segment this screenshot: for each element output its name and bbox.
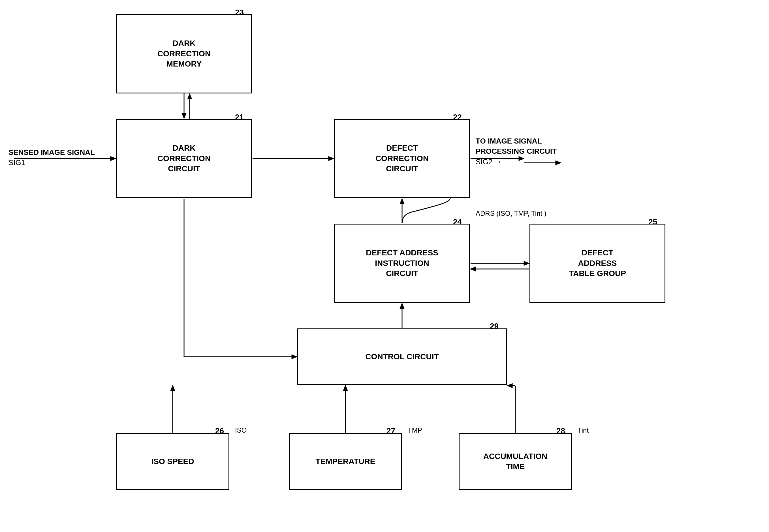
iso-tag-label: ISO (235, 426, 247, 434)
accumulation-time-number: 28 (556, 426, 565, 435)
iso-speed-block: ISO SPEED (116, 433, 229, 490)
defect-address-instruction-number: 24 (453, 217, 462, 227)
dark-correction-memory-label: DARKCORRECTIONMEMORY (157, 38, 211, 69)
svg-marker-3 (187, 93, 192, 99)
dark-correction-circuit-number: 21 (235, 113, 244, 122)
accumulation-time-block: ACCUMULATIONTIME (459, 433, 572, 490)
iso-speed-number: 26 (215, 426, 224, 435)
svg-marker-18 (524, 261, 529, 266)
defect-correction-circuit-block: DEFECTCORRECTIONCIRCUIT (334, 119, 470, 198)
control-circuit-label: CONTROL CIRCUIT (365, 352, 439, 362)
sensed-image-signal-label: SENSED IMAGE SIGNAL SIG1 (8, 147, 95, 168)
control-circuit-block: CONTROL CIRCUIT (297, 328, 507, 385)
sig2-label: SIG2 → (476, 157, 502, 166)
svg-marker-20 (470, 267, 476, 271)
defect-address-table-group-label: DEFECTADDRESSTABLE GROUP (569, 248, 626, 279)
temperature-number: 27 (386, 426, 395, 435)
dark-correction-memory-number: 23 (235, 8, 244, 17)
svg-marker-13 (400, 303, 404, 309)
defect-correction-circuit-label: DEFECTCORRECTIONCIRCUIT (375, 143, 429, 174)
defect-address-table-group-number: 25 (648, 217, 657, 227)
defect-address-instruction-circuit-label: DEFECT ADDRESSINSTRUCTIONCIRCUIT (366, 248, 438, 279)
adrs-label: ADRS (ISO, TMP, Tint ) (476, 210, 546, 217)
temperature-label: TEMPERATURE (315, 456, 375, 467)
svg-marker-1 (182, 113, 186, 119)
defect-address-table-group-block: DEFECTADDRESSTABLE GROUP (529, 224, 665, 303)
diagram: DARKCORRECTIONMEMORY 23 DARKCORRECTIONCI… (0, 0, 769, 532)
sig1-label: SIG1 (8, 158, 25, 167)
svg-marker-24 (343, 385, 348, 391)
svg-marker-7 (328, 156, 334, 161)
svg-marker-16 (292, 354, 297, 359)
dark-correction-circuit-label: DARKCORRECTIONCIRCUIT (157, 143, 211, 174)
defect-correction-circuit-number: 22 (453, 113, 462, 122)
dark-correction-circuit-block: DARKCORRECTIONCIRCUIT (116, 119, 252, 198)
svg-marker-5 (110, 156, 116, 161)
svg-marker-11 (400, 198, 404, 204)
control-circuit-number: 29 (490, 322, 499, 331)
temperature-block: TEMPERATURE (289, 433, 402, 490)
to-image-signal-label: TO IMAGE SIGNALPROCESSING CIRCUIT SIG2 → (476, 136, 557, 167)
svg-marker-22 (170, 385, 175, 391)
defect-address-instruction-circuit-block: DEFECT ADDRESSINSTRUCTIONCIRCUIT (334, 224, 470, 303)
dark-correction-memory-block: DARKCORRECTIONMEMORY (116, 14, 252, 93)
iso-speed-label: ISO SPEED (151, 456, 194, 467)
accumulation-time-label: ACCUMULATIONTIME (483, 451, 548, 472)
svg-marker-27 (507, 383, 512, 388)
tmp-tag-label: TMP (408, 426, 422, 434)
tint-tag-label: Tint (578, 426, 589, 434)
